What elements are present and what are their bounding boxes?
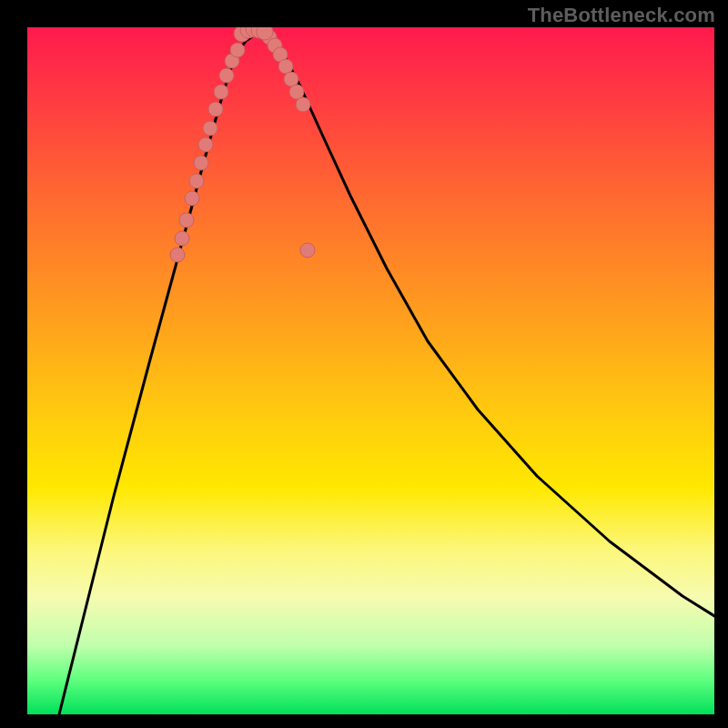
data-marker xyxy=(194,156,208,170)
data-marker xyxy=(170,248,185,262)
data-marker xyxy=(300,243,315,258)
data-marker xyxy=(289,85,304,99)
data-marker xyxy=(198,137,213,152)
data-marker xyxy=(185,191,199,206)
chart-plot-area xyxy=(27,27,714,714)
data-marker xyxy=(179,213,194,228)
chart-svg xyxy=(27,27,714,714)
data-marker xyxy=(208,102,223,116)
bottleneck-curve xyxy=(59,32,714,714)
data-marker xyxy=(203,121,217,136)
data-marker xyxy=(219,68,234,83)
watermark-text: TheBottleneck.com xyxy=(528,4,715,27)
data-marker xyxy=(189,174,204,188)
data-marker xyxy=(214,85,228,99)
data-marker xyxy=(257,27,273,40)
data-marker xyxy=(175,231,189,246)
data-marker xyxy=(296,97,310,112)
data-marker xyxy=(230,43,245,57)
